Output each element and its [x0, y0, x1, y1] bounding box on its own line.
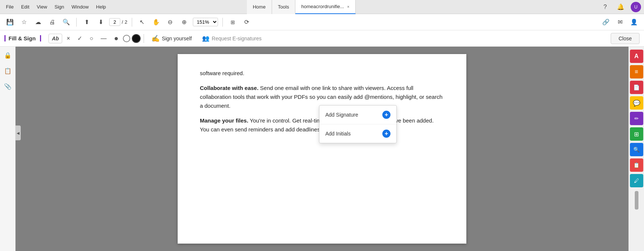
color-black-swatch[interactable] — [132, 34, 141, 43]
left-sidebar: 🔒 📋 📎 — [0, 47, 16, 251]
tab-bar: Home Tools homeacrordrunifie... × — [247, 0, 356, 14]
notifications-icon[interactable]: 🔔 — [615, 1, 626, 13]
tab-tools[interactable]: Tools — [272, 0, 295, 14]
sidebar-lock-icon[interactable]: 🔒 — [3, 50, 13, 60]
rp-icon-5-glyph: ✏ — [634, 116, 639, 121]
right-panel-icon-9[interactable]: 🖊 — [630, 174, 643, 187]
menu-window[interactable]: Window — [68, 3, 91, 11]
help-icon[interactable]: ? — [600, 1, 611, 13]
paragraph-3-heading: Manage your files. — [200, 117, 248, 124]
rp-icon-6-glyph: ⊞ — [634, 131, 639, 138]
right-panel-icon-3[interactable]: 📄 — [630, 81, 643, 94]
line-tool-button[interactable]: — — [98, 34, 110, 43]
color-white-swatch[interactable] — [123, 35, 130, 42]
print-button[interactable]: 🖨 — [47, 17, 58, 28]
menu-view[interactable]: View — [34, 3, 50, 11]
right-panel-icon-1[interactable]: A — [630, 50, 643, 63]
request-esig-button[interactable]: 👥 Request E-signatures — [198, 33, 266, 44]
close-mark-button[interactable]: × — [64, 34, 73, 43]
dot-tool-button[interactable]: ● — [111, 33, 121, 44]
select-tool-button[interactable]: ↖ — [137, 17, 148, 28]
save-button[interactable]: 💾 — [4, 17, 16, 28]
hand-tool-button[interactable]: ✋ — [151, 17, 162, 28]
add-initials-icon[interactable]: + — [382, 130, 390, 138]
upload-button[interactable]: ☁ — [33, 17, 44, 28]
page-total: 2 — [125, 19, 127, 25]
close-fill-sign-button[interactable]: Close — [611, 33, 640, 44]
zoom-select[interactable]: 151% 100% 75% 50% — [193, 18, 218, 26]
document-page: software required. Collaborate with ease… — [178, 54, 466, 244]
rotate-button[interactable]: ⟳ — [241, 17, 252, 28]
menu-bar: File Edit View Sign Window Help Home Too… — [0, 0, 644, 14]
text-tool-button[interactable]: Ab — [48, 34, 62, 43]
prev-page-button[interactable]: ⬆ — [81, 17, 92, 28]
sign-yourself-button[interactable]: ✍ Sign yourself — [147, 32, 196, 45]
circle-tool-button[interactable]: ○ — [87, 34, 96, 43]
fit-page-button[interactable]: ⊞ — [227, 17, 238, 28]
separator-3 — [222, 18, 223, 27]
rp-icon-7-glyph: 🔍 — [633, 147, 640, 153]
search-button[interactable]: 🔍 — [61, 17, 72, 28]
rp-icon-3-glyph: 📄 — [633, 84, 640, 90]
add-initials-label: Add Initials — [325, 131, 350, 137]
main-area: 🔒 📋 📎 ◀ software required. Collaborate w… — [0, 47, 644, 251]
add-signature-icon[interactable]: + — [382, 111, 390, 119]
menu-file[interactable]: File — [3, 3, 17, 11]
right-panel: A ≡ 📄 💬 ✏ ⊞ 🔍 📋 🖊 — [628, 47, 644, 251]
tab-close-button[interactable]: × — [347, 4, 349, 9]
tab-home[interactable]: Home — [247, 0, 272, 14]
zoom-out-button[interactable]: ⊖ — [165, 17, 176, 28]
menu-sign[interactable]: Sign — [51, 3, 67, 11]
user-button[interactable]: 👤 — [628, 17, 640, 28]
fill-sign-label: Fill & Sign — [9, 35, 41, 41]
right-panel-icon-5[interactable]: ✏ — [630, 112, 643, 125]
scrollbar-thumb[interactable] — [635, 191, 638, 210]
add-initials-item[interactable]: Add Initials + — [319, 124, 396, 143]
add-signature-label: Add Signature — [325, 112, 358, 118]
rp-icon-2-glyph: ≡ — [635, 68, 638, 75]
rp-icon-8-glyph: 📋 — [633, 162, 640, 168]
sidebar-attachment-icon[interactable]: 📎 — [3, 81, 13, 91]
rp-icon-1-glyph: A — [634, 53, 639, 60]
top-bar-right: ? 🔔 U — [600, 1, 641, 13]
page-separator: / — [122, 19, 123, 25]
separator-fill — [144, 34, 144, 43]
menu-help[interactable]: Help — [93, 3, 109, 11]
paragraph-1: software required. — [200, 69, 444, 78]
bookmark-button[interactable]: ☆ — [19, 17, 30, 28]
rp-icon-4-glyph: 💬 — [633, 100, 640, 107]
main-toolbar: 💾 ☆ ☁ 🖨 🔍 ⬆ ⬇ / 2 ↖ ✋ ⊖ ⊕ 151% 100% 75% … — [0, 14, 644, 30]
fill-sign-toolbar: Fill & Sign Ab × ✓ ○ — ● ✍ Sign yourself… — [0, 30, 644, 47]
paragraph-2-heading: Collaborate with ease. — [200, 85, 258, 91]
sign-yourself-dropdown: Add Signature + Add Initials + — [319, 105, 397, 143]
sign-yourself-icon: ✍ — [151, 34, 160, 43]
menu-items: File Edit View Sign Window Help — [3, 3, 247, 11]
tab-active-document[interactable]: homeacrordrunifie... × — [295, 0, 356, 14]
sidebar-pages-icon[interactable]: 📋 — [3, 66, 13, 76]
email-button[interactable]: ✉ — [614, 17, 625, 28]
right-panel-icon-4[interactable]: 💬 — [630, 96, 643, 110]
right-panel-icon-6[interactable]: ⊞ — [630, 127, 643, 141]
separator-2 — [132, 18, 132, 27]
request-esig-icon: 👥 — [202, 35, 209, 42]
check-mark-button[interactable]: ✓ — [74, 33, 85, 43]
right-panel-icon-7[interactable]: 🔍 — [630, 143, 643, 156]
user-avatar[interactable]: U — [631, 2, 641, 12]
menu-edit[interactable]: Edit — [18, 3, 32, 11]
page-number-input[interactable] — [109, 18, 120, 26]
link-button[interactable]: 🔗 — [600, 17, 611, 28]
separator-1 — [76, 18, 77, 27]
rp-icon-9-glyph: 🖊 — [634, 178, 639, 184]
right-panel-icon-8[interactable]: 📋 — [630, 158, 643, 172]
page-navigation: / 2 — [109, 18, 127, 26]
next-page-button[interactable]: ⬇ — [95, 17, 106, 28]
zoom-in-button[interactable]: ⊕ — [179, 17, 190, 28]
document-area[interactable]: software required. Collaborate with ease… — [16, 47, 628, 251]
add-signature-item[interactable]: Add Signature + — [319, 106, 396, 124]
right-panel-icon-2[interactable]: ≡ — [630, 65, 643, 78]
